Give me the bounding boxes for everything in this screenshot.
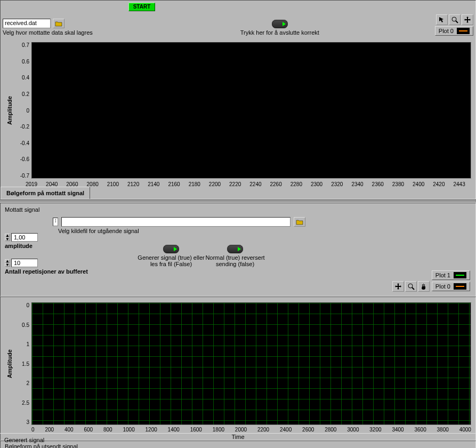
amplitude-label: amplitude: [5, 243, 38, 249]
repeat-field[interactable]: 10: [11, 259, 38, 267]
legend-label: Plot 0: [439, 28, 454, 34]
source-file-label: Velg kildefil for utgående signal: [58, 228, 471, 234]
hand-tool-icon[interactable]: [418, 281, 430, 292]
reverse-send-label: Normal (true) reversert sending (false): [198, 254, 272, 267]
generate-signal-toggle[interactable]: [163, 245, 179, 253]
received-chart: Amplitude 0.7 0.6 0.4 0.2 0 -0.2 -0.4 -0…: [5, 42, 471, 179]
reverse-send-toggle[interactable]: [227, 245, 243, 253]
pan-tool-icon[interactable]: [392, 281, 404, 292]
received-signal-title: Mottatt signal: [5, 206, 471, 213]
legend-swatch-icon: [454, 283, 466, 290]
legend-swatch-icon: [454, 272, 466, 278]
amplitude-field[interactable]: 1,00: [11, 233, 38, 242]
grid-overlay: [32, 303, 471, 425]
cursor-tool-icon[interactable]: [436, 14, 448, 25]
pan-tool-icon[interactable]: [462, 14, 473, 25]
stop-button[interactable]: [272, 20, 288, 28]
zoom-tool-icon[interactable]: [405, 281, 417, 292]
save-file-input[interactable]: received.dat: [3, 19, 51, 28]
browse-save-button[interactable]: [53, 19, 64, 28]
legend-tx-0: Plot 0: [432, 282, 470, 291]
tx-xticks: 0200400600800100012001400160018002000220…: [31, 427, 471, 433]
svg-point-2: [408, 284, 413, 288]
legend-swatch-icon: [457, 28, 470, 34]
graph-palette-tx: [392, 281, 430, 292]
tab-received-waveform[interactable]: Bølgeform på mottatt signal: [1, 187, 90, 199]
graph-palette-received: [436, 14, 473, 25]
tx-yticks: 0 0.5 1 1.5 2 2.5 3: [14, 302, 31, 425]
path-prefix-icon: ⁞: [53, 218, 58, 226]
amplitude-stepper[interactable]: ▲▼: [5, 234, 10, 241]
source-file-input[interactable]: [61, 217, 291, 227]
transmitted-chart: Amplitude 0 0.5 1 1.5 2 2.5 3: [5, 302, 471, 425]
transmitted-panel: Amplitude 0 0.5 1 1.5 2 2.5 3 0200400600…: [0, 297, 476, 441]
tx-ylabel: Amplitude: [5, 302, 14, 425]
received-plot-area[interactable]: [31, 42, 471, 179]
general-signal-title: Generert signal: [0, 433, 476, 448]
received-ylabel: Amplitude: [5, 42, 14, 179]
browse-source-button[interactable]: [294, 217, 305, 227]
zoom-tool-icon[interactable]: [449, 14, 461, 25]
received-yticks: 0.7 0.6 0.4 0.2 0 -0.2 -0.4 -0.6 -0.7: [14, 42, 31, 179]
svg-line-3: [412, 287, 414, 290]
svg-point-0: [452, 17, 456, 21]
svg-line-1: [456, 21, 458, 23]
received-panel: START received.dat Velg hvor mottatte da…: [0, 0, 476, 199]
repeat-stepper[interactable]: ▲▼: [5, 259, 10, 267]
stop-label: Trykk her for å avslutte korrekt: [240, 29, 319, 36]
legend-received: Plot 0: [435, 26, 473, 36]
tx-plot-area[interactable]: [31, 302, 471, 425]
start-button[interactable]: START: [128, 3, 155, 11]
generator-panel: Mottatt signal ⁞ Velg kildefil for utgåe…: [0, 203, 476, 297]
repeat-label: Antall repetisjoner av bufferet: [5, 268, 88, 275]
legend-tx-1: Plot 1: [432, 270, 470, 280]
received-xticks: 2019204020602080210021202140216021802200…: [31, 181, 471, 187]
save-file-label: Velg hvor mottatte data skal lagres: [3, 29, 93, 36]
save-file-group: received.dat Velg hvor mottatte data ska…: [3, 19, 93, 36]
generate-signal-label: Generer signal (true) eller les fra fil …: [134, 254, 208, 267]
